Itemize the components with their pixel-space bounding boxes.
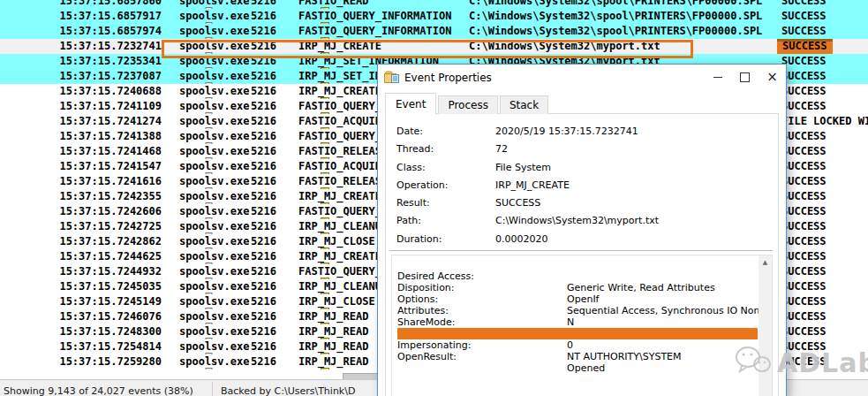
field-value: File System [495, 162, 551, 173]
pid-cell: 5216 [245, 235, 276, 248]
event-detail-row: AllocationSize: 0 [397, 316, 758, 328]
operation-cell: IRP_MJ_READ [298, 310, 368, 323]
process-cell: spoolsv.exe [179, 25, 249, 37]
dialog-title: Event Properties [404, 72, 492, 84]
operation-cell: FASTIO_QUERY_INFORMATION [298, 25, 451, 37]
status-backing-file: Backed by C:\Users\Think\D [221, 385, 355, 396]
event-details-rows: Desired Access: Generic Write, Read Attr… [397, 259, 758, 351]
pid-cell: 5216 [245, 55, 276, 67]
operation-cell: IRP_MJ_READ [298, 325, 368, 338]
time-cell: 15:37:15.7244625 [0, 250, 162, 263]
pid-cell: 5216 [245, 40, 276, 52]
event-field-row: Class: File System [396, 162, 769, 179]
pid-cell: 5216 [245, 190, 276, 202]
event-field-row: Duration: 0.0002020 [396, 233, 769, 251]
operation-cell: IRP_MJ_CREATE [298, 190, 381, 202]
process-cell: spoolsv.exe [179, 220, 249, 232]
time-cell: 15:37:15.7259280 [0, 355, 162, 368]
table-row[interactable]: 15:37:15.7232741 spoolsv.exe 5216 IRP_MJ… [0, 39, 868, 54]
time-cell: 15:37:15.7232741 [0, 40, 162, 52]
result-cell: SUCCESS [781, 250, 826, 263]
field-value: C:\Windows\System32\myport.txt [495, 215, 659, 226]
tab-process[interactable]: Process [438, 95, 498, 114]
event-detail-row: OpenResult: Opened [397, 339, 758, 351]
detail-value: Opened [567, 362, 605, 374]
field-label: Operation: [396, 179, 448, 191]
process-cell: spoolsv.exe [179, 100, 249, 112]
pid-cell: 5216 [245, 175, 276, 187]
pid-cell: 5216 [245, 310, 276, 323]
result-cell: SUCCESS [781, 175, 826, 187]
field-label: Class: [396, 162, 426, 173]
event-field-row: Thread: 72 [396, 143, 769, 161]
field-label: Path: [396, 215, 421, 226]
pid-cell: 5216 [245, 85, 276, 97]
process-cell: spoolsv.exe [179, 265, 249, 278]
pid-cell: 5216 [245, 10, 276, 22]
field-value: SUCCESS [495, 197, 540, 209]
process-cell: spoolsv.exe [179, 0, 249, 7]
time-cell: 15:37:15.7242606 [0, 205, 162, 217]
time-cell: 15:37:15.6857974 [0, 25, 162, 37]
process-cell: spoolsv.exe [179, 235, 249, 248]
pid-cell: 5216 [245, 130, 276, 142]
operation-cell: IRP_MJ_CREATE [298, 40, 381, 52]
detail-value: NT AUTHORITY\SYSTEM [567, 351, 682, 362]
path-cell: C:\Windows\System32\myport.txt [469, 40, 660, 52]
process-cell: spoolsv.exe [179, 250, 249, 263]
event-detail-row: Impersonating: NT AUTHORITY\SYSTEM [397, 328, 758, 339]
operation-cell: IRP_MJ_READ [298, 340, 368, 353]
result-cell: SUCCESS [781, 0, 826, 7]
pid-cell: 5216 [245, 145, 276, 157]
minimize-button[interactable] [704, 65, 731, 90]
event-detail-row: Attributes: N [397, 293, 758, 305]
process-cell: spoolsv.exe [179, 55, 249, 67]
time-cell: 15:37:15.7237087 [0, 70, 162, 82]
table-row[interactable]: 15:37:15.6857974 spoolsv.exe 5216 FASTIO… [0, 24, 868, 39]
operation-cell: IRP_MJ_READ [298, 355, 368, 368]
event-properties-icon [384, 71, 399, 87]
time-cell: 15:37:15.7241547 [0, 160, 162, 172]
event-detail-row: Disposition: OpenIf [397, 270, 758, 282]
process-cell: spoolsv.exe [179, 10, 249, 22]
pid-cell: 5216 [245, 295, 276, 308]
result-cell: SUCCESS [781, 130, 826, 142]
table-row[interactable]: 15:37:15.6857860 spoolsv.exe 5216 FASTIO… [0, 0, 868, 9]
pid-cell: 5216 [245, 0, 276, 7]
time-cell: 15:37:15.7242725 [0, 220, 162, 232]
wechat-logo-icon [733, 343, 774, 382]
time-cell: 15:37:15.7235341 [0, 55, 162, 67]
scroll-up-arrow-icon[interactable]: ▲ [759, 255, 772, 269]
tab-event[interactable]: Event [385, 93, 436, 115]
field-label: Thread: [396, 143, 434, 155]
time-cell: 15:37:15.7242862 [0, 235, 162, 248]
path-cell: C:\Windows\System32\spool\PRINTERS\FP000… [469, 0, 762, 7]
process-cell: spoolsv.exe [179, 40, 249, 52]
dialog-titlebar[interactable]: Event Properties × [378, 65, 786, 91]
pid-cell: 5216 [245, 355, 276, 368]
time-cell: 15:37:15.7246076 [0, 310, 162, 323]
result-cell: SUCCESS [781, 235, 826, 248]
table-row[interactable]: 15:37:15.6857917 spoolsv.exe 5216 FASTIO… [0, 9, 868, 24]
pid-cell: 5216 [245, 100, 276, 112]
result-cell: SUCCESS [781, 205, 826, 217]
tab-stack[interactable]: Stack [500, 95, 548, 114]
maximize-button[interactable] [731, 65, 759, 90]
detail-label: OpenResult: [397, 351, 457, 362]
event-field-row: Date: 2020/5/19 15:37:15.7232741 [396, 126, 769, 143]
pid-cell: 5216 [245, 160, 276, 172]
event-tab-panel: Date: 2020/5/19 15:37:15.7232741 Thread:… [385, 113, 779, 396]
time-cell: 15:37:15.7242355 [0, 190, 162, 202]
process-cell: spoolsv.exe [179, 160, 249, 172]
process-cell: spoolsv.exe [179, 145, 249, 157]
process-cell: spoolsv.exe [179, 175, 249, 187]
time-cell: 15:37:15.7241109 [0, 100, 162, 112]
close-button[interactable]: × [759, 65, 786, 90]
process-cell: spoolsv.exe [179, 325, 249, 338]
result-cell: SUCCESS [781, 55, 826, 67]
event-field-row: Path: C:\Windows\System32\myport.txt [396, 215, 769, 232]
pid-cell: 5216 [245, 265, 276, 278]
operation-cell: FASTIO_QUERY_INFORMATION [298, 10, 451, 22]
path-cell: C:\Windows\System32\spool\PRINTERS\FP000… [469, 10, 762, 22]
time-cell: 15:37:15.7241388 [0, 130, 162, 142]
